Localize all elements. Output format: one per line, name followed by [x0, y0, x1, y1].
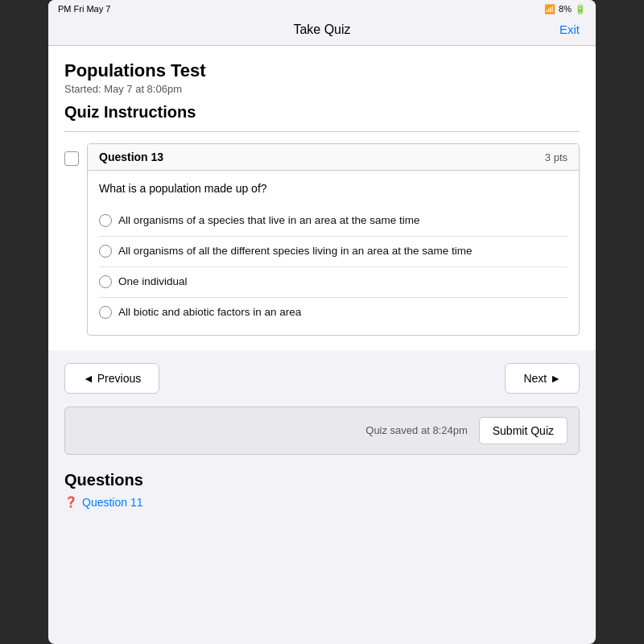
question-body: What is a population made up of? All org…	[88, 171, 579, 335]
question-card: Question 13 3 pts What is a population m…	[87, 143, 580, 336]
wifi-icon: 📶	[544, 4, 555, 14]
question-links: ❓Question 11	[64, 496, 580, 509]
submit-quiz-button[interactable]: Submit Quiz	[479, 417, 568, 444]
answer-text-b: All organisms of all the different speci…	[118, 244, 472, 259]
status-time: PM Fri May 7	[58, 4, 110, 14]
question-link-0[interactable]: ❓Question 11	[64, 496, 580, 509]
question-points: 3 pts	[545, 151, 568, 163]
question-text: What is a population made up of?	[99, 182, 568, 195]
answer-option-b[interactable]: All organisms of all the different speci…	[99, 237, 568, 267]
status-icons: 📶 8% 🔋	[544, 4, 586, 14]
answer-options: All organisms of a species that live in …	[99, 206, 568, 330]
answer-text-a: All organisms of a species that live in …	[118, 213, 419, 229]
quiz-started: Started: May 7 at 8:06pm	[64, 83, 580, 95]
radio-b[interactable]	[99, 245, 112, 258]
nav-bar: Take Quiz Exit	[48, 18, 596, 46]
battery-label: 8%	[559, 4, 572, 14]
divider	[64, 131, 580, 132]
radio-a[interactable]	[99, 214, 112, 227]
saved-bar: Quiz saved at 8:24pm Submit Quiz	[64, 407, 580, 455]
questions-section: Questions ❓Question 11	[48, 455, 596, 517]
quiz-instructions-heading: Quiz Instructions	[64, 103, 580, 122]
battery-icon: 🔋	[575, 4, 586, 14]
answer-option-c[interactable]: One individual	[99, 267, 568, 298]
main-content: Populations Test Started: May 7 at 8:06p…	[48, 46, 596, 350]
questions-heading: Questions	[64, 471, 580, 489]
exit-button[interactable]: Exit	[559, 23, 580, 36]
question-label: Question 13	[99, 151, 163, 163]
next-button[interactable]: Next ►	[505, 363, 580, 394]
previous-button[interactable]: ◄ Previous	[64, 363, 159, 394]
answer-text-d: All biotic and abiotic factors in an are…	[118, 305, 301, 320]
quiz-title: Populations Test	[64, 60, 580, 81]
status-bar: PM Fri May 7 📶 8% 🔋	[48, 0, 596, 18]
question-link-label: Question 11	[82, 496, 143, 509]
nav-title: Take Quiz	[236, 23, 407, 37]
answer-text-c: One individual	[118, 275, 188, 290]
navigation-buttons: ◄ Previous Next ►	[48, 350, 596, 407]
radio-c[interactable]	[99, 275, 112, 288]
answer-option-d[interactable]: All biotic and abiotic factors in an are…	[99, 298, 568, 330]
saved-text: Quiz saved at 8:24pm	[365, 424, 467, 436]
answer-option-a[interactable]: All organisms of a species that live in …	[99, 206, 568, 237]
question-header: Question 13 3 pts	[88, 144, 579, 171]
radio-d[interactable]	[99, 306, 112, 319]
question-row: Question 13 3 pts What is a population m…	[64, 143, 580, 336]
question-checkbox[interactable]	[64, 151, 79, 166]
question-link-icon: ❓	[64, 496, 77, 508]
